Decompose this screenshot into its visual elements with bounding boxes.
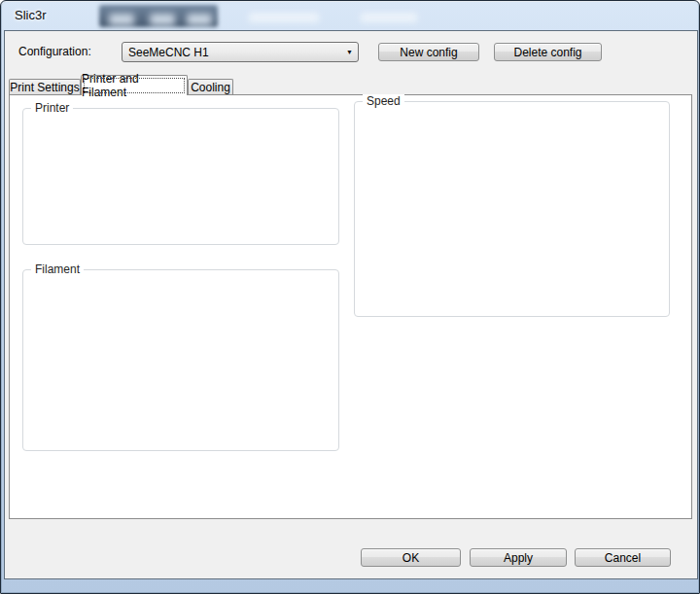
chevron-down-icon: ▼ xyxy=(341,49,358,55)
blurred-toolbar-item xyxy=(109,14,134,25)
blurred-toolbar-block xyxy=(99,5,218,27)
ok-button[interactable]: OK xyxy=(361,548,461,567)
printer-group-title: Printer xyxy=(31,101,73,115)
tab-cooling[interactable]: Cooling xyxy=(188,79,233,94)
footer-button-row: OK Apply Cancel xyxy=(5,548,697,578)
tab-label: Print Settings xyxy=(10,81,79,94)
configuration-selected-value: SeeMeCNC H1 xyxy=(128,46,209,59)
cancel-button[interactable]: Cancel xyxy=(575,548,671,567)
blurred-menu-item xyxy=(361,13,417,22)
blurred-menu-item xyxy=(249,13,319,22)
speed-group-title: Speed xyxy=(363,94,404,108)
blurred-toolbar-item xyxy=(187,14,212,25)
tab-label: Cooling xyxy=(191,81,230,94)
window-title: Slic3r xyxy=(15,8,47,22)
tab-focus-rectangle xyxy=(84,78,185,93)
speed-groupbox: Speed xyxy=(354,101,670,317)
tab-printer-and-filament[interactable]: Printer and Filament xyxy=(81,75,188,95)
filament-group-title: Filament xyxy=(31,262,84,276)
configuration-select[interactable]: SeeMeCNC H1 ▼ xyxy=(122,42,359,62)
printer-groupbox: Printer xyxy=(22,108,339,245)
filament-groupbox: Filament xyxy=(22,269,339,451)
tab-print-settings[interactable]: Print Settings xyxy=(9,79,81,94)
blurred-toolbar-item xyxy=(150,14,175,25)
title-bar[interactable]: Slic3r xyxy=(1,1,699,30)
new-config-button[interactable]: New config xyxy=(378,43,479,61)
slic3r-window: Slic3r Configuration: SeeMeCNC H1 ▼ New … xyxy=(0,0,700,594)
apply-button[interactable]: Apply xyxy=(470,548,567,567)
configuration-label: Configuration: xyxy=(18,45,91,58)
delete-config-button[interactable]: Delete config xyxy=(494,43,602,61)
